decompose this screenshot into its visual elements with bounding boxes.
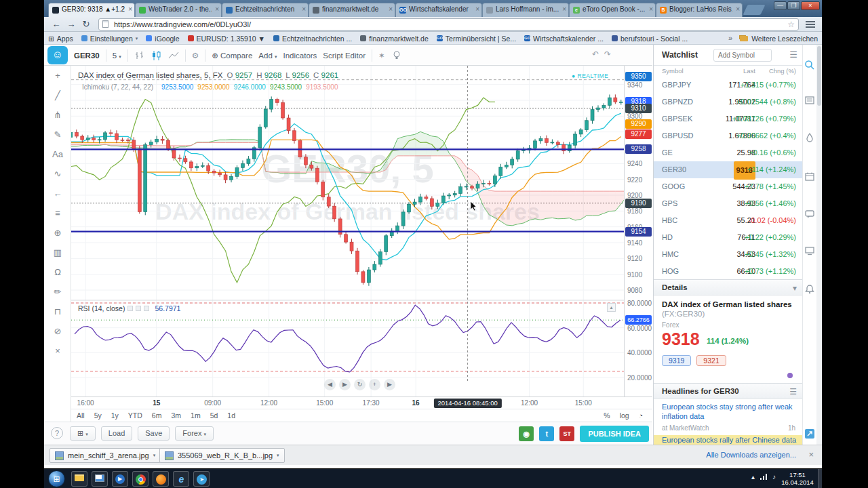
network-icon[interactable] xyxy=(760,474,767,480)
chat-icon[interactable] xyxy=(804,209,815,220)
taskbar-chrome-icon[interactable] xyxy=(132,471,149,487)
taskbar-clock[interactable]: 17:51 16.04.2014 xyxy=(778,471,816,486)
watchlist-row-ge[interactable]: GE25.98+0.16 (+0.6%) xyxy=(654,144,802,161)
tab-close-icon[interactable]: × xyxy=(475,5,479,14)
templates-icon[interactable]: ✶ xyxy=(378,51,385,60)
bookmark-item-3[interactable]: Echtzeitnachrichten ... xyxy=(273,35,352,43)
stocktwits-button[interactable]: ST xyxy=(559,426,574,441)
range-all[interactable]: All xyxy=(77,409,85,422)
rsi-legend[interactable]: RSI (14, close) 56.7971 xyxy=(78,304,180,312)
back-button[interactable]: ← xyxy=(50,18,63,30)
twitter-button[interactable]: t xyxy=(539,426,554,441)
broker-select[interactable]: Forex ▾ xyxy=(175,426,214,441)
tab-close-icon[interactable]: × xyxy=(128,5,132,14)
rsi-settings-icon[interactable] xyxy=(136,306,141,311)
ichimoku-legend[interactable]: Ichimoku (7, 22, 44, 22)9253.50009253.00… xyxy=(78,83,338,91)
scroll-right-button[interactable]: ▶ xyxy=(339,379,351,390)
details-header[interactable]: Details▾ xyxy=(654,279,802,296)
tab-close-icon[interactable]: × xyxy=(389,5,393,14)
new-tab-button[interactable] xyxy=(743,5,766,15)
publish-idea-button[interactable]: PUBLISH IDEA xyxy=(580,426,649,442)
rsi-close-icon[interactable] xyxy=(144,306,149,311)
bookmarks-overflow-chevron[interactable]: » xyxy=(728,34,732,42)
magnet-tool[interactable]: Ω xyxy=(44,262,71,282)
lock-tool[interactable]: ⊓ xyxy=(44,302,71,321)
range-5y[interactable]: 5y xyxy=(94,409,102,422)
watchlist-row-hd[interactable]: HD76.11+0.22 (+0.29%) xyxy=(654,229,802,246)
tab-close-icon[interactable]: × xyxy=(649,5,653,14)
browser-menu-icon[interactable] xyxy=(806,21,815,28)
screenshare-icon[interactable] xyxy=(804,245,815,256)
bookmark-star-icon[interactable]: ☆ xyxy=(787,20,795,29)
watchlist-row-gbpnzd[interactable]: GBPNZD1.95002+0.01544 (+0.8%) xyxy=(654,94,802,110)
hidden-icons-arrow[interactable]: ▴ xyxy=(751,473,755,481)
browser-tab-4[interactable]: GOWirtschaftskalender× xyxy=(395,3,482,17)
text-tool[interactable]: Aa xyxy=(44,144,71,164)
compare-button[interactable]: ⊕ Compare xyxy=(212,51,252,60)
other-bookmarks[interactable]: Weitere Lesezeichen xyxy=(740,32,818,45)
crosshair-tool[interactable]: + xyxy=(44,66,71,85)
watchlist-row-hog[interactable]: HOG66.10+0.73 (+1.12%) xyxy=(654,263,802,276)
log-scale[interactable]: log xyxy=(620,409,629,422)
add-button[interactable]: Add ▾ xyxy=(258,52,277,60)
price-axis[interactable]: 9340930092409220920091809160914091209100… xyxy=(624,66,652,396)
interval-button[interactable]: 5 ▾ xyxy=(113,52,121,60)
symbol-button[interactable]: GER30 xyxy=(74,52,100,60)
watchlist-row-gps[interactable]: GPS38.93+0.56 (+1.46%) xyxy=(654,195,802,212)
bookmark-item-6[interactable]: GOWirtschaftskalender ... xyxy=(524,35,604,43)
undo-redo[interactable]: ↶↷ xyxy=(592,49,616,59)
bookmark-item-4[interactable]: finanzmarktwelt.de xyxy=(360,35,429,43)
go-realtime-button[interactable]: ▶ xyxy=(384,379,395,390)
range-1y[interactable]: 1y xyxy=(111,409,119,422)
pane-collapse-icon[interactable]: ▴ xyxy=(607,303,616,312)
chart-legend[interactable]: DAX index of German listed shares, 5, FX… xyxy=(78,71,338,79)
save-button[interactable]: Save xyxy=(138,426,170,441)
bookmark-item-1[interactable]: iGoogle xyxy=(146,35,179,43)
taskbar-firefox-icon[interactable] xyxy=(153,471,169,487)
zoom-in-button[interactable]: + xyxy=(369,379,380,390)
headlines-header[interactable]: Headlines for GER30☰ xyxy=(654,383,802,399)
draw-mode-tool[interactable]: ✏ xyxy=(44,282,71,302)
gear-icon[interactable]: ⚙ xyxy=(192,51,199,60)
pattern-tool[interactable]: ∿ xyxy=(44,164,71,184)
add-symbol-input[interactable] xyxy=(713,49,772,62)
browser-tab-3[interactable]: finanzmarktwelt.de× xyxy=(309,3,395,17)
forward-button[interactable]: → xyxy=(64,18,78,30)
measure-tool[interactable]: ▥ xyxy=(44,243,71,262)
pitchfork-tool[interactable]: ⋔ xyxy=(44,105,71,125)
range-ytd[interactable]: YTD xyxy=(128,409,142,422)
remove-tool[interactable]: × xyxy=(44,341,71,361)
range-3m[interactable]: 3m xyxy=(171,409,181,422)
arrow-tool[interactable]: ← xyxy=(44,184,71,203)
download-item-1[interactable]: 355069_web_R_K_B_b...jpg▾ xyxy=(159,448,285,463)
session-clock-icon[interactable]: ◔ xyxy=(639,409,643,422)
chevron-down-icon[interactable]: ▾ xyxy=(153,453,156,458)
range-5d[interactable]: 5d xyxy=(210,409,218,422)
bookmark-item-2[interactable]: EURUSD: 1.35910 ▼ xyxy=(188,35,265,43)
script-editor-button[interactable]: Script Editor xyxy=(323,52,366,60)
browser-tab-6[interactable]: eeToro Open Book -...× xyxy=(569,3,656,17)
trendline-tool[interactable]: ╱ xyxy=(44,85,71,105)
tab-close-icon[interactable]: × xyxy=(736,5,740,14)
scrollbar-thumb[interactable] xyxy=(817,46,821,106)
headlines-menu-icon[interactable]: ☰ xyxy=(789,387,797,396)
share-icon[interactable] xyxy=(804,428,815,439)
bookmark-item-0[interactable]: Einstellungen▾ xyxy=(81,35,138,43)
bell-icon[interactable] xyxy=(804,283,815,294)
browser-tab-0[interactable]: GER30: 9318 ▲+1.24× xyxy=(48,3,135,17)
watchlist-row-hmc[interactable]: HMC34.53+0.45 (+1.32%) xyxy=(654,246,802,263)
tab-close-icon[interactable]: × xyxy=(562,5,566,14)
news-icon[interactable] xyxy=(804,95,815,106)
range-1d[interactable]: 1d xyxy=(227,409,235,422)
range-6m[interactable]: 6m xyxy=(152,409,162,422)
taskbar-media-player-icon[interactable]: ▶ xyxy=(112,471,128,487)
watchlist-row-ger30[interactable]: GER309318+114 (+1.24%) xyxy=(654,161,802,178)
taskbar-image-viewer-icon[interactable] xyxy=(92,471,108,487)
zoom-tool[interactable]: ⊕ xyxy=(44,223,71,243)
brush-tool[interactable]: ✎ xyxy=(44,125,71,144)
start-button[interactable]: ⊞ xyxy=(48,470,65,487)
rsi-eye-icon[interactable] xyxy=(127,306,133,311)
snapshot-camera-button[interactable]: ◉ xyxy=(519,426,534,441)
page-scrollbar[interactable] xyxy=(816,45,822,445)
load-button[interactable]: Load xyxy=(101,426,132,441)
